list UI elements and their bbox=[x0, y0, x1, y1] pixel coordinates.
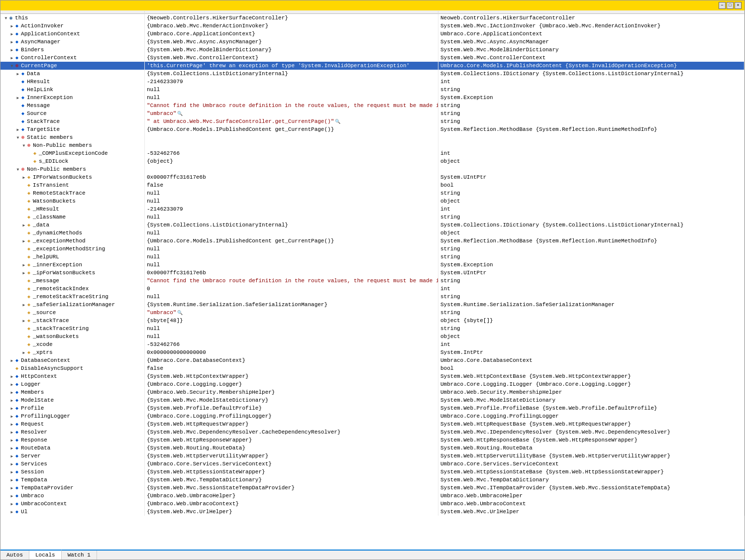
expand-arrow[interactable]: ▼ bbox=[9, 64, 14, 68]
table-row[interactable]: ▼⊗Non-Public members bbox=[0, 165, 745, 173]
expand-arrow[interactable]: ▶ bbox=[9, 478, 14, 482]
table-row[interactable]: ▶◆Ul{System.Web.Mvc.UrlHelper}System.Web… bbox=[0, 508, 745, 516]
table-body[interactable]: ▼◉this{Neoweb.Controllers.HikerSurfaceCo… bbox=[0, 14, 745, 550]
table-row[interactable]: ◈_exceptionMethodStringnullstring bbox=[0, 245, 745, 253]
expand-arrow[interactable]: ▼ bbox=[15, 135, 20, 140]
table-row[interactable]: ▼⊗Non-Public members bbox=[0, 141, 745, 149]
expand-arrow[interactable]: ▶ bbox=[21, 271, 26, 275]
expand-arrow[interactable]: ▶ bbox=[15, 72, 20, 76]
expand-arrow[interactable]: ▼ bbox=[21, 143, 26, 148]
table-row[interactable]: ▼⊗Static members bbox=[0, 133, 745, 141]
bottom-tab-watch-1[interactable]: Watch 1 bbox=[62, 551, 97, 560]
close-button[interactable]: × bbox=[735, 2, 742, 9]
expand-arrow[interactable]: ▶ bbox=[9, 382, 14, 387]
expand-arrow[interactable]: ▶ bbox=[9, 48, 14, 52]
table-row[interactable]: ▶◆Members{Umbraco.Web.Security.Membershi… bbox=[0, 388, 745, 396]
minimize-button[interactable]: − bbox=[719, 2, 726, 9]
table-row[interactable]: ▶◈_xptrs0x0000000000000000System.IntPtr bbox=[0, 348, 745, 356]
table-row[interactable]: ◈_helpURLnullstring bbox=[0, 253, 745, 261]
magnifier-icon[interactable]: 🔍 bbox=[335, 119, 340, 124]
expand-arrow[interactable]: ▶ bbox=[21, 175, 26, 180]
table-row[interactable]: ▶◈_stackTrace{sbyte[48]}object {sbyte[]} bbox=[0, 317, 745, 325]
expand-arrow[interactable]: ▶ bbox=[9, 40, 14, 44]
expand-arrow[interactable]: ▶ bbox=[9, 406, 14, 411]
table-row[interactable]: ▶◆Binders{System.Web.Mvc.ModelBinderDict… bbox=[0, 46, 745, 54]
expand-arrow[interactable]: ▶ bbox=[21, 223, 26, 227]
table-row[interactable]: ▶◆AsyncManager{System.Web.Mvc.Async.Asyn… bbox=[0, 38, 745, 46]
table-row[interactable]: ◈_message"Cannot find the Umbraco route … bbox=[0, 277, 745, 285]
expand-arrow[interactable]: ▶ bbox=[15, 96, 20, 100]
table-row[interactable]: ◈_classNamenullstring bbox=[0, 213, 745, 221]
table-row[interactable]: ▶◆HttpContext{System.Web.HttpContextWrap… bbox=[0, 372, 745, 380]
expand-arrow[interactable]: ▶ bbox=[9, 24, 14, 28]
table-row[interactable]: ▶◆Request{System.Web.HttpRequestWrapper}… bbox=[0, 420, 745, 428]
table-row[interactable]: ▶◆TempDataProvider{System.Web.Mvc.Sessio… bbox=[0, 484, 745, 492]
table-row[interactable]: ▶◈_ipForWatsonBuckets0x00007ffc31617e6bS… bbox=[0, 269, 745, 277]
table-row[interactable]: ▼◉this{Neoweb.Controllers.HikerSurfaceCo… bbox=[0, 14, 745, 22]
magnifier-icon[interactable]: 🔍 bbox=[177, 111, 183, 116]
table-row[interactable]: ▶◆Services{Umbraco.Core.Services.Service… bbox=[0, 460, 745, 468]
table-row[interactable]: ◈_HResult-2146233079int bbox=[0, 205, 745, 213]
table-row[interactable]: ▶◆InnerExceptionnullSystem.Exception bbox=[0, 94, 745, 102]
table-row[interactable]: ◈_stackTraceStringnullstring bbox=[0, 325, 745, 333]
bottom-tab-locals[interactable]: Locals bbox=[29, 550, 62, 560]
expand-arrow[interactable]: ▶ bbox=[9, 390, 14, 395]
table-row[interactable]: ◈_xcode-532462766int bbox=[0, 340, 745, 348]
expand-arrow[interactable]: ▶ bbox=[9, 494, 14, 498]
table-row[interactable]: ◈RemoteStackTracenullstring bbox=[0, 189, 745, 197]
table-row[interactable]: ▶◈_data{System.Collections.ListDictionar… bbox=[0, 221, 745, 229]
expand-arrow[interactable]: ▶ bbox=[9, 56, 14, 60]
expand-arrow[interactable]: ▼ bbox=[3, 16, 8, 20]
table-row[interactable]: ▼⊗CurrentPage'this.CurrentPage' threw an… bbox=[0, 62, 745, 70]
expand-arrow[interactable]: ▶ bbox=[9, 502, 14, 506]
expand-arrow[interactable]: ▶ bbox=[9, 470, 14, 474]
table-row[interactable]: ◆HResult-2146233079int bbox=[0, 78, 745, 86]
table-row[interactable]: ▶◆Logger{Umbraco.Core.Logging.Logger}Umb… bbox=[0, 380, 745, 388]
table-row[interactable]: ▶◈IPForWatsonBuckets0x00007ffc31617e6bSy… bbox=[0, 173, 745, 181]
table-row[interactable]: ▶◆Profile{System.Web.Profile.DefaultProf… bbox=[0, 404, 745, 412]
bottom-tab-autos[interactable]: Autos bbox=[0, 551, 29, 560]
expand-arrow[interactable]: ▶ bbox=[21, 263, 26, 267]
table-row[interactable]: ▶◆UmbracoContext{Umbraco.Web.UmbracoCont… bbox=[0, 500, 745, 508]
table-row[interactable]: ▶◆ProfilingLogger{Umbraco.Core.Logging.P… bbox=[0, 412, 745, 420]
table-row[interactable]: ▶◆Resolver{System.Web.Mvc.DependencyReso… bbox=[0, 428, 745, 436]
table-row[interactable]: ▶◈_safeSerializationManager{System.Runti… bbox=[0, 301, 745, 309]
expand-arrow[interactable]: ▶ bbox=[21, 350, 26, 355]
table-row[interactable]: ◈_source"umbraco" 🔍string bbox=[0, 309, 745, 317]
table-row[interactable]: ▶◆Umbraco{Umbraco.Web.UmbracoHelper}Umbr… bbox=[0, 492, 745, 500]
expand-arrow[interactable]: ▶ bbox=[9, 510, 14, 514]
table-row[interactable]: ◈_dynamicMethodsnullobject bbox=[0, 229, 745, 237]
expand-arrow[interactable]: ▶ bbox=[21, 303, 26, 307]
expand-arrow[interactable]: ▶ bbox=[21, 239, 26, 243]
table-row[interactable]: ▶◆Response{System.Web.HttpResponseWrappe… bbox=[0, 436, 745, 444]
expand-arrow[interactable]: ▶ bbox=[9, 374, 14, 379]
table-row[interactable]: ◈s_EDILock{object}object bbox=[0, 157, 745, 165]
expand-arrow[interactable]: ▶ bbox=[9, 462, 14, 466]
table-row[interactable]: ▶◈_exceptionMethod{Umbraco.Core.Models.I… bbox=[0, 237, 745, 245]
table-row[interactable]: ▶◈_innerExceptionnullSystem.Exception bbox=[0, 261, 745, 269]
table-row[interactable]: ▶◆ActionInvoker{Umbraco.Web.Mvc.RenderAc… bbox=[0, 22, 745, 30]
expand-arrow[interactable]: ▼ bbox=[15, 167, 20, 172]
table-row[interactable]: ▶◆ControllerContext{System.Web.Mvc.Contr… bbox=[0, 54, 745, 62]
table-row[interactable]: ▶◆Server{System.Web.HttpServerUtilityWra… bbox=[0, 452, 745, 460]
expand-arrow[interactable]: ▶ bbox=[21, 319, 26, 323]
magnifier-icon[interactable]: 🔍 bbox=[177, 310, 183, 316]
expand-arrow[interactable]: ▶ bbox=[9, 454, 14, 458]
table-row[interactable]: ◆HelpLinknullstring bbox=[0, 86, 745, 94]
table-row[interactable]: ▶◆Data{System.Collections.ListDictionary… bbox=[0, 70, 745, 78]
expand-arrow[interactable]: ▶ bbox=[9, 438, 14, 443]
expand-arrow[interactable]: ▶ bbox=[9, 422, 14, 427]
expand-arrow[interactable]: ▶ bbox=[9, 398, 14, 403]
table-row[interactable]: ◈DisableAsyncSupportfalsebool bbox=[0, 364, 745, 372]
table-row[interactable]: ▶◆RouteData{System.Web.Routing.RouteData… bbox=[0, 444, 745, 452]
table-row[interactable]: ▶◆ModelState{System.Web.Mvc.ModelStateDi… bbox=[0, 396, 745, 404]
expand-arrow[interactable]: ▶ bbox=[9, 486, 14, 490]
table-row[interactable]: ▶◆TempData{System.Web.Mvc.TempDataDictio… bbox=[0, 476, 745, 484]
table-row[interactable]: ◆StackTrace" at Umbraco.Web.Mvc.SurfaceC… bbox=[0, 117, 745, 125]
table-row[interactable]: ◈_watsonBucketsnullobject bbox=[0, 333, 745, 340]
expand-arrow[interactable]: ▶ bbox=[9, 430, 14, 435]
expand-arrow[interactable]: ▶ bbox=[9, 446, 14, 450]
table-row[interactable]: ◈_remoteStackTraceStringnullstring bbox=[0, 293, 745, 301]
table-row[interactable]: ▶◆ApplicationContext{Umbraco.Core.Applic… bbox=[0, 30, 745, 38]
expand-arrow[interactable]: ▶ bbox=[9, 32, 14, 36]
